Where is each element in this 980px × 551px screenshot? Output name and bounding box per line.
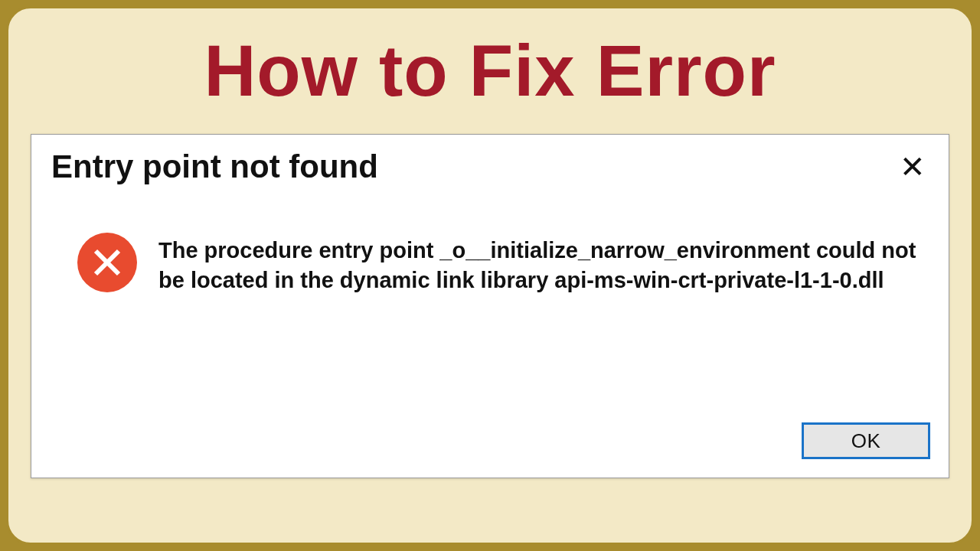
close-icon[interactable]: ✕ bbox=[900, 152, 926, 182]
error-cross-icon bbox=[77, 233, 137, 292]
dialog-titlebar: Entry point not found ✕ bbox=[31, 135, 949, 193]
dialog-title: Entry point not found bbox=[51, 148, 378, 185]
dialog-body: The procedure entry point _o__initialize… bbox=[31, 193, 949, 295]
ok-button[interactable]: OK bbox=[802, 422, 930, 459]
dialog-footer: OK bbox=[802, 422, 930, 459]
dialog-message: The procedure entry point _o__initialize… bbox=[158, 231, 923, 295]
page-title: How to Fix Error bbox=[30, 30, 950, 112]
error-dialog: Entry point not found ✕ The procedure en… bbox=[31, 134, 949, 478]
thumbnail-frame: How to Fix Error Entry point not found ✕… bbox=[6, 6, 974, 545]
